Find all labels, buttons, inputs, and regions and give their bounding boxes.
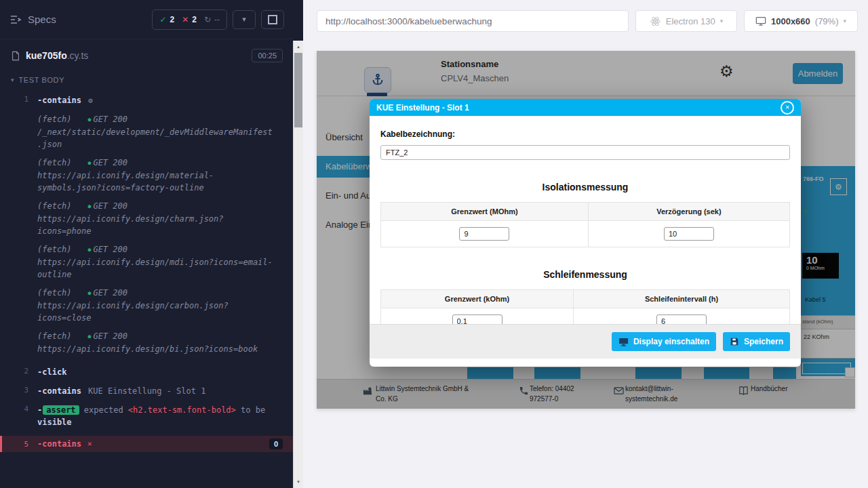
runner-toolbar: Electron 130 ▾ 1000x660 (79%) ▾: [303, 0, 868, 42]
modal-body: Kabelbezeichnung: Isolationsmessung Gren…: [370, 116, 801, 335]
fetch-log-entry[interactable]: (fetch)●GET 200 https://api.iconify.desi…: [37, 243, 283, 281]
isolation-delay-input[interactable]: [664, 227, 714, 241]
browser-label: Electron 130: [666, 16, 715, 26]
gear-icon: ⚙: [88, 96, 93, 105]
passed-stat: ✓ 2: [159, 15, 174, 24]
status-dot-icon: ●: [88, 290, 92, 296]
isolation-limit-input[interactable]: [459, 227, 509, 241]
monitor-icon: [618, 337, 629, 347]
viewport-zoom: (79%): [815, 16, 839, 26]
app-under-test: Stationsname CPLV4_Maschen ⚙ Abmelden Üb…: [317, 51, 855, 409]
viewport-selector[interactable]: 1000x660 (79%) ▾: [744, 10, 858, 32]
fetch-log-entry[interactable]: (fetch)●GET 200 https://api.iconify.desi…: [37, 200, 283, 237]
failed-stat: ✕ 2: [182, 15, 197, 24]
close-icon[interactable]: ✕: [781, 101, 794, 115]
stop-icon: [268, 15, 277, 24]
reporter-panel: Specs ✓ 2 ✕ 2 ↻ --: [0, 0, 303, 488]
test-duration-badge: 00:25: [252, 49, 283, 62]
status-dot-icon: ●: [88, 333, 92, 340]
save-floppy-icon: [730, 337, 739, 346]
chevron-down-icon: ▾: [720, 18, 724, 24]
status-dot-icon: ●: [88, 247, 92, 253]
status-dot-icon: ●: [88, 160, 92, 166]
status-dot-icon: ●: [88, 203, 92, 209]
spec-file-name: kue705fo.cy.ts: [26, 50, 88, 61]
loop-interval-header: Schleifenintervall (h): [574, 290, 790, 308]
fetch-log-entry[interactable]: (fetch)●GET 200 https://api.iconify.desi…: [37, 287, 283, 324]
network-requests: (fetch)●GET 200 /_next/static/developmen…: [0, 110, 294, 363]
reporter-scrollbar[interactable]: ▲ ▼: [293, 41, 303, 488]
kue-settings-modal: KUE Einstellung - Slot 1 ✕ Kabelbezeichn…: [370, 99, 801, 367]
command-contains-failed[interactable]: 5 -contains ✕ 0: [0, 436, 294, 452]
loop-section-heading: Schleifenmessung: [380, 269, 790, 280]
file-icon: [11, 51, 20, 61]
fetch-log-entry[interactable]: (fetch)●GET 200 https://api.iconify.desi…: [37, 330, 283, 355]
scroll-down-icon[interactable]: ▼: [294, 477, 303, 487]
suite-row[interactable]: ▾ TEST BODY: [0, 76, 294, 84]
chevron-down-icon: ▾: [242, 15, 246, 24]
cable-name-label: Kabelbezeichnung:: [380, 129, 790, 139]
isolation-delay-header: Verzögerung (sek): [588, 203, 789, 221]
modal-title: KUE Einstellung - Slot 1: [376, 103, 469, 113]
isolation-table: Grenzwert (MOhm) Verzögerung (sek): [380, 202, 790, 247]
stop-button[interactable]: [261, 10, 284, 29]
pending-stat: ↻ --: [204, 15, 220, 24]
command-log: 1 -contains⚙ (fetch)●GET 200 /_next/stat…: [0, 91, 294, 452]
fail-x-icon: ✕: [87, 439, 92, 448]
command-contains-2[interactable]: 3 -containsKUE Einstellung - Slot 1: [0, 382, 294, 401]
cable-name-input[interactable]: [380, 145, 790, 160]
scrollbar-thumb[interactable]: [294, 53, 302, 127]
check-icon: ✓: [159, 15, 166, 24]
assert-badge: assert: [43, 405, 79, 415]
modal-title-bar: KUE Einstellung - Slot 1 ✕: [370, 99, 801, 116]
reporter-header: Specs ✓ 2 ✕ 2 ↻ --: [0, 0, 294, 39]
electron-icon: [650, 16, 661, 27]
aut-region: Electron 130 ▾ 1000x660 (79%) ▾ Stations…: [303, 0, 868, 488]
scroll-up-icon[interactable]: ▲: [294, 42, 303, 52]
url-input[interactable]: [317, 10, 629, 32]
viewport-size: 1000x660: [771, 16, 810, 26]
cross-icon: ✕: [182, 15, 189, 24]
command-assert[interactable]: 4 -assert expected <h2.text-sm.font-bold…: [0, 401, 294, 432]
suite-label: TEST BODY: [19, 76, 65, 84]
reporter-content: Specs ✓ 2 ✕ 2 ↻ --: [0, 0, 294, 488]
spec-file-row[interactable]: kue705fo.cy.ts 00:25: [0, 49, 294, 62]
command-contains-1[interactable]: 1 -contains⚙: [0, 91, 294, 110]
command-click[interactable]: 2 -click: [0, 363, 294, 382]
modal-footer: Display einschalten Speichern: [370, 324, 801, 359]
isolation-limit-header: Grenzwert (MOhm): [381, 203, 589, 221]
refresh-icon: ↻: [204, 15, 211, 24]
status-dot-icon: ●: [88, 117, 92, 123]
loop-limit-header: Grenzwert (kOhm): [381, 290, 574, 308]
fetch-log-entry[interactable]: (fetch)●GET 200 /_next/static/developmen…: [37, 113, 283, 150]
specs-label[interactable]: Specs: [28, 14, 56, 25]
chevron-down-icon: ▾: [11, 77, 14, 83]
reporter-controls: ✓ 2 ✕ 2 ↻ -- ▾: [152, 9, 284, 30]
test-stats: ✓ 2 ✕ 2 ↻ --: [152, 9, 227, 30]
save-button[interactable]: Speichern: [723, 332, 790, 351]
chevron-down-icon: ▾: [844, 18, 847, 24]
specs-list-icon[interactable]: [9, 14, 22, 26]
monitor-icon: [755, 16, 766, 26]
collapse-button[interactable]: ▾: [233, 10, 256, 29]
retry-count-badge: 0: [269, 439, 283, 449]
display-on-button[interactable]: Display einschalten: [612, 332, 716, 351]
fetch-log-entry[interactable]: (fetch)●GET 200 https://api.iconify.desi…: [37, 157, 283, 194]
browser-selector[interactable]: Electron 130 ▾: [635, 10, 737, 32]
cypress-runner: Specs ✓ 2 ✕ 2 ↻ --: [0, 0, 868, 488]
isolation-section-heading: Isolationsmessung: [380, 182, 790, 192]
